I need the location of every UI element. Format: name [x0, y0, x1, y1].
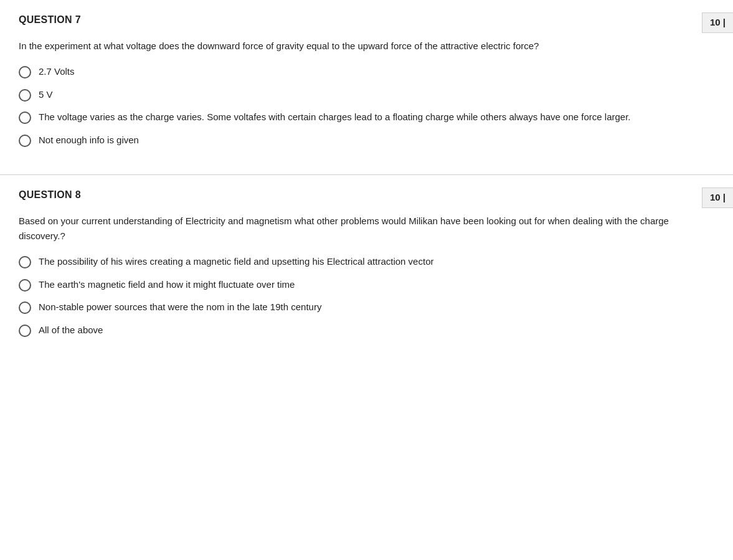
- question-7-options: 2.7 Volts 5 V The voltage varies as the …: [19, 65, 714, 147]
- question-7-header: QUESTION 7: [19, 12, 714, 27]
- list-item: All of the above: [19, 323, 714, 338]
- list-item: 5 V: [19, 88, 714, 102]
- question-8-section: QUESTION 8 10 | Based on your current un…: [0, 175, 733, 364]
- page-container: QUESTION 7 10 | In the experiment at wha…: [0, 0, 733, 560]
- option-label: 2.7 Volts: [39, 65, 75, 79]
- option-label: Not enough info is given: [39, 133, 139, 148]
- list-item: The earth's magnetic field and how it mi…: [19, 278, 714, 292]
- radio-q8-opt1[interactable]: [19, 256, 31, 268]
- option-label: The possibility of his wires creating a …: [39, 255, 433, 269]
- radio-q7-opt3[interactable]: [19, 112, 31, 124]
- option-label: All of the above: [39, 323, 103, 338]
- radio-q8-opt3[interactable]: [19, 301, 31, 314]
- radio-q7-opt1[interactable]: [19, 66, 31, 78]
- list-item: Not enough info is given: [19, 133, 714, 148]
- radio-q7-opt2[interactable]: [19, 89, 31, 102]
- question-8-text: Based on your current understanding of E…: [19, 214, 714, 244]
- option-label: 5 V: [39, 88, 53, 102]
- question-7-text: In the experiment at what voltage does t…: [19, 39, 714, 54]
- radio-q8-opt4[interactable]: [19, 325, 31, 337]
- option-label: The earth's magnetic field and how it mi…: [39, 278, 295, 292]
- question-7-section: QUESTION 7 10 | In the experiment at wha…: [0, 0, 733, 175]
- list-item: The voltage varies as the charge varies.…: [19, 110, 714, 125]
- question-7-points: 10 |: [702, 12, 733, 33]
- question-8-header: QUESTION 8: [19, 187, 714, 202]
- option-label: Non-stable power sources that were the n…: [39, 300, 321, 315]
- list-item: Non-stable power sources that were the n…: [19, 300, 714, 315]
- question-8-options: The possibility of his wires creating a …: [19, 255, 714, 337]
- question-8-points: 10 |: [702, 187, 733, 208]
- question-8-title: QUESTION 8: [19, 187, 81, 202]
- list-item: The possibility of his wires creating a …: [19, 255, 714, 269]
- radio-q8-opt2[interactable]: [19, 279, 31, 292]
- radio-q7-opt4[interactable]: [19, 135, 31, 147]
- list-item: 2.7 Volts: [19, 65, 714, 79]
- question-7-title: QUESTION 7: [19, 12, 81, 27]
- option-label: The voltage varies as the charge varies.…: [39, 110, 631, 125]
